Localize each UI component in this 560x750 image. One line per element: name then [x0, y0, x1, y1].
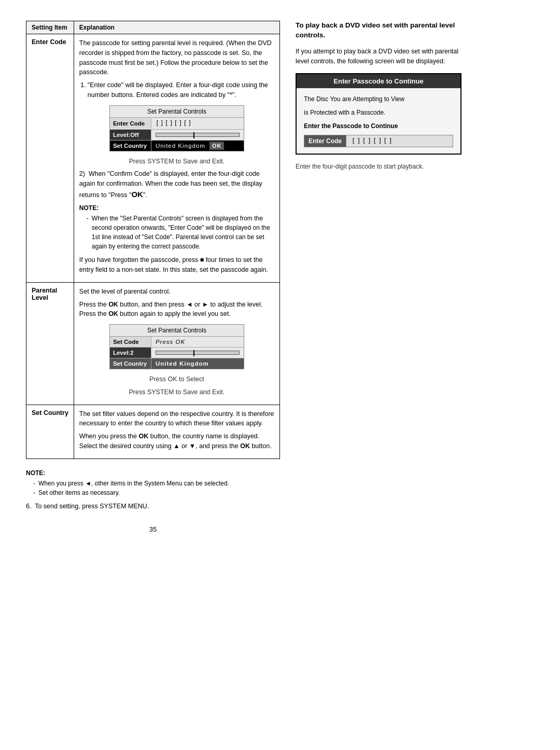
mini-ui-label-level-off: Level:Off: [110, 130, 151, 140]
mini-ui-label-set-country-1: Set Country: [110, 141, 151, 151]
passcode-bold-line: Enter the Passcode to Continue: [304, 121, 453, 131]
mini-ui-title-1: Set Parental Controls: [110, 106, 244, 118]
setting-label-set-country: Set Country: [26, 405, 74, 459]
mini-ui-value-enter-code: [][][][]: [151, 118, 244, 129]
passcode-body-line2: is Protected with a Passcode.: [304, 108, 453, 117]
table-row-parental-level: ParentalLevel Set the level of parental …: [26, 282, 280, 405]
note-section-enter-code: NOTE: When the "Set Parental Controls" s…: [79, 204, 274, 251]
level-bar-marker-1: [193, 132, 194, 138]
press-system-text-1: Press SYSTEM to Save and Exit.: [79, 157, 274, 166]
setting-label-parental-level: ParentalLevel: [26, 282, 74, 405]
press-system-text-2: Press SYSTEM to Save and Exit.: [79, 387, 274, 397]
mini-ui-value-set-country-1: United Kingdom OK: [151, 141, 244, 151]
ok-button-1: OK: [209, 142, 225, 150]
mini-ui-row-level-2: Level:2: [110, 348, 244, 358]
right-description: If you attempt to play back a DVD video …: [296, 47, 461, 66]
level-bar-2: [156, 351, 240, 355]
enter-code-step1: "Enter code" will be displayed. Enter a …: [88, 80, 274, 100]
enter-code-intro: The passcode for setting parental level …: [79, 38, 274, 77]
setting-content-set-country: The set filter values depend on the resp…: [74, 405, 279, 459]
mini-ui-label-level-2: Level:2: [110, 348, 151, 358]
mini-ui-row-level-off: Level:Off: [110, 130, 244, 141]
mini-ui-row-set-code: Set Code Press OK: [110, 337, 244, 348]
passcode-box: Enter Passcode to Continue The Disc You …: [296, 73, 461, 155]
setting-label-enter-code: Enter Code: [26, 34, 74, 283]
mini-ui-parental-controls-2: Set Parental Controls Set Code Press OK …: [109, 324, 244, 369]
col-header-setting: Setting Item: [26, 21, 74, 34]
passcode-body: The Disc You are Attempting to View is P…: [297, 88, 460, 154]
footer-note-item-1: When you press ◄, other items in the Sys…: [33, 479, 280, 488]
settings-table: Setting Item Explanation Enter Code The …: [26, 21, 280, 459]
level-bar-1: [156, 133, 240, 137]
passcode-enter-label: Enter Code: [304, 135, 346, 147]
enter-code-step2: 2) When "Confirm Code" is displayed, ent…: [79, 169, 274, 200]
level-bar-container-2: [151, 349, 244, 357]
mini-ui-parental-controls-1: Set Parental Controls Enter Code [][][][…: [109, 105, 244, 151]
right-heading: To play back a DVD video set with parent…: [296, 21, 461, 40]
mini-ui-label-set-country-2: Set Country: [110, 358, 151, 369]
mini-ui-row-set-country-1: Set Country United Kingdom OK: [110, 141, 244, 151]
set-country-detail: When you press the OK button, the countr…: [79, 432, 274, 451]
passcode-header: Enter Passcode to Continue: [297, 74, 460, 88]
passcode-enter-row: Enter Code [][][][]: [304, 135, 453, 147]
set-country-intro: The set filter values depend on the resp…: [79, 409, 274, 429]
level-bar-marker-2: [193, 350, 194, 356]
bold-ok-text: OK: [131, 190, 143, 199]
footer-note-item-2: Set other items as necessary.: [33, 488, 280, 497]
table-row-enter-code: Enter Code The passcode for setting pare…: [26, 34, 280, 283]
footer-note-label: NOTE:: [26, 469, 280, 477]
mini-ui-value-united-kingdom: United Kingdom: [151, 358, 244, 369]
right-footer-text: Enter the four-digit passcode to start p…: [296, 163, 461, 170]
footer-note-section: NOTE: When you press ◄, other items in t…: [26, 469, 280, 497]
mini-ui-row-enter-code: Enter Code [][][][]: [110, 118, 244, 130]
setting-content-parental-level: Set the level of parental control. Press…: [74, 282, 279, 405]
passcode-body-line1: The Disc You are Attempting to View: [304, 94, 453, 104]
parental-level-intro: Set the level of parental control.: [79, 287, 274, 297]
mini-ui-row-set-country-2: Set Country United Kingdom: [110, 358, 244, 369]
step-6-text: 6. To send setting, press SYSTEM MENU.: [26, 503, 280, 510]
note-label-1: NOTE:: [79, 204, 274, 212]
mini-ui-label-set-code: Set Code: [110, 337, 151, 347]
mini-ui-title-2: Set Parental Controls: [110, 325, 244, 337]
page-number: 35: [26, 525, 280, 533]
forget-passcode-text: If you have forgotten the passcode, pres…: [79, 255, 274, 275]
mini-ui-value-press-ok: Press OK: [151, 337, 244, 347]
note-item-1: When the "Set Parental Controls" screen …: [87, 214, 274, 251]
main-layout: Setting Item Explanation Enter Code The …: [26, 21, 534, 533]
parental-level-detail: Press the OK button, and then press ◄ or…: [79, 300, 274, 320]
press-ok-select-text: Press OK to Select: [79, 374, 274, 384]
level-bar-container-1: [151, 131, 244, 139]
setting-content-enter-code: The passcode for setting parental level …: [74, 34, 279, 283]
table-row-set-country: Set Country The set filter values depend…: [26, 405, 280, 459]
mini-ui-label-enter-code: Enter Code: [110, 118, 151, 129]
col-header-explanation: Explanation: [74, 21, 279, 34]
left-column: Setting Item Explanation Enter Code The …: [26, 21, 280, 533]
right-column: To play back a DVD video set with parent…: [296, 21, 461, 533]
passcode-enter-value: [][][][]: [346, 135, 453, 147]
